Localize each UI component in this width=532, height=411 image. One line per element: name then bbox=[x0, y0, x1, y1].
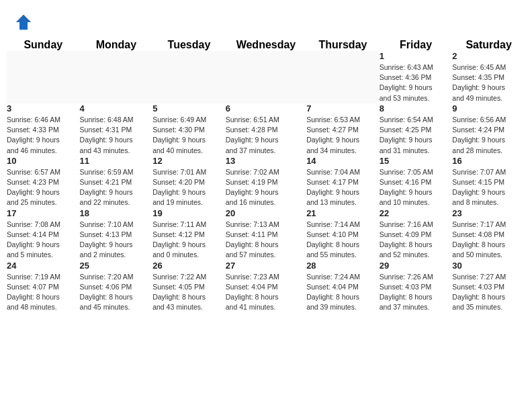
day-number: 14 bbox=[306, 156, 380, 166]
calendar-cell: 30Sunrise: 7:27 AMSunset: 4:03 PMDayligh… bbox=[452, 261, 525, 313]
day-number: 17 bbox=[7, 208, 80, 218]
day-info: Sunrise: 7:13 AMSunset: 4:11 PMDaylight:… bbox=[226, 220, 306, 261]
day-number: 7 bbox=[306, 103, 380, 113]
calendar-week-1: 1Sunrise: 6:43 AMSunset: 4:36 PMDaylight… bbox=[7, 51, 525, 103]
day-info: Sunrise: 6:56 AMSunset: 4:24 PMDaylight:… bbox=[452, 115, 525, 156]
calendar-cell: 10Sunrise: 6:57 AMSunset: 4:23 PMDayligh… bbox=[7, 156, 80, 208]
calendar-week-3: 10Sunrise: 6:57 AMSunset: 4:23 PMDayligh… bbox=[7, 156, 525, 208]
calendar-cell: 18Sunrise: 7:10 AMSunset: 4:13 PMDayligh… bbox=[80, 208, 153, 261]
day-info: Sunrise: 7:14 AMSunset: 4:10 PMDaylight:… bbox=[306, 220, 380, 261]
day-number: 21 bbox=[306, 208, 380, 218]
day-info: Sunrise: 6:45 AMSunset: 4:35 PMDaylight:… bbox=[452, 62, 525, 103]
calendar-wrapper: SundayMondayTuesdayWednesdayThursdayFrid… bbox=[0, 39, 532, 319]
day-header-sunday: Sunday bbox=[7, 39, 80, 51]
day-number: 2 bbox=[452, 51, 525, 61]
day-number: 1 bbox=[380, 51, 453, 61]
calendar-cell bbox=[7, 51, 80, 103]
day-info: Sunrise: 6:57 AMSunset: 4:23 PMDaylight:… bbox=[7, 167, 80, 208]
calendar-cell: 3Sunrise: 6:46 AMSunset: 4:33 PMDaylight… bbox=[7, 103, 80, 156]
day-info: Sunrise: 7:16 AMSunset: 4:09 PMDaylight:… bbox=[380, 220, 453, 261]
day-info: Sunrise: 6:46 AMSunset: 4:33 PMDaylight:… bbox=[7, 115, 80, 156]
day-info: Sunrise: 6:49 AMSunset: 4:30 PMDaylight:… bbox=[152, 115, 226, 156]
calendar-cell: 11Sunrise: 6:59 AMSunset: 4:21 PMDayligh… bbox=[80, 156, 153, 208]
calendar-cell bbox=[80, 51, 153, 103]
day-info: Sunrise: 6:43 AMSunset: 4:36 PMDaylight:… bbox=[380, 62, 453, 103]
day-info: Sunrise: 7:04 AMSunset: 4:17 PMDaylight:… bbox=[306, 167, 380, 208]
day-number: 29 bbox=[380, 261, 453, 271]
day-info: Sunrise: 7:10 AMSunset: 4:13 PMDaylight:… bbox=[80, 220, 153, 261]
day-info: Sunrise: 6:59 AMSunset: 4:21 PMDaylight:… bbox=[80, 167, 153, 208]
calendar-header: SundayMondayTuesdayWednesdayThursdayFrid… bbox=[7, 39, 525, 51]
day-number: 18 bbox=[80, 208, 153, 218]
svg-marker-0 bbox=[16, 15, 32, 30]
day-number: 20 bbox=[226, 208, 306, 218]
day-info: Sunrise: 7:22 AMSunset: 4:05 PMDaylight:… bbox=[152, 272, 226, 313]
calendar-cell: 5Sunrise: 6:49 AMSunset: 4:30 PMDaylight… bbox=[152, 103, 226, 156]
calendar-cell: 19Sunrise: 7:11 AMSunset: 4:12 PMDayligh… bbox=[152, 208, 226, 261]
calendar-cell: 15Sunrise: 7:05 AMSunset: 4:16 PMDayligh… bbox=[380, 156, 453, 208]
calendar-cell: 8Sunrise: 6:54 AMSunset: 4:25 PMDaylight… bbox=[380, 103, 453, 156]
day-number: 15 bbox=[380, 156, 453, 166]
day-info: Sunrise: 7:11 AMSunset: 4:12 PMDaylight:… bbox=[152, 220, 226, 261]
day-info: Sunrise: 7:24 AMSunset: 4:04 PMDaylight:… bbox=[306, 272, 380, 313]
calendar-week-2: 3Sunrise: 6:46 AMSunset: 4:33 PMDaylight… bbox=[7, 103, 525, 156]
day-info: Sunrise: 7:05 AMSunset: 4:16 PMDaylight:… bbox=[380, 167, 453, 208]
calendar-week-4: 17Sunrise: 7:08 AMSunset: 4:14 PMDayligh… bbox=[7, 208, 525, 261]
calendar-cell: 24Sunrise: 7:19 AMSunset: 4:07 PMDayligh… bbox=[7, 261, 80, 313]
day-number: 9 bbox=[452, 103, 525, 113]
calendar-cell: 25Sunrise: 7:20 AMSunset: 4:06 PMDayligh… bbox=[80, 261, 153, 313]
day-number: 19 bbox=[152, 208, 226, 218]
day-header-wednesday: Wednesday bbox=[226, 39, 306, 51]
calendar-table: SundayMondayTuesdayWednesdayThursdayFrid… bbox=[7, 39, 525, 312]
calendar-cell: 20Sunrise: 7:13 AMSunset: 4:11 PMDayligh… bbox=[226, 208, 306, 261]
day-number: 27 bbox=[226, 261, 306, 271]
day-number: 22 bbox=[380, 208, 453, 218]
day-info: Sunrise: 7:26 AMSunset: 4:03 PMDaylight:… bbox=[380, 272, 453, 313]
day-info: Sunrise: 7:02 AMSunset: 4:19 PMDaylight:… bbox=[226, 167, 306, 208]
logo bbox=[13, 12, 36, 32]
day-number: 13 bbox=[226, 156, 306, 166]
calendar-cell: 4Sunrise: 6:48 AMSunset: 4:31 PMDaylight… bbox=[80, 103, 153, 156]
day-number: 25 bbox=[80, 261, 153, 271]
day-info: Sunrise: 7:07 AMSunset: 4:15 PMDaylight:… bbox=[452, 167, 525, 208]
day-number: 28 bbox=[306, 261, 380, 271]
day-info: Sunrise: 6:54 AMSunset: 4:25 PMDaylight:… bbox=[380, 115, 453, 156]
logo-icon bbox=[13, 12, 34, 32]
day-number: 4 bbox=[80, 103, 153, 113]
day-header-tuesday: Tuesday bbox=[152, 39, 226, 51]
calendar-week-5: 24Sunrise: 7:19 AMSunset: 4:07 PMDayligh… bbox=[7, 261, 525, 313]
day-number: 3 bbox=[7, 103, 80, 113]
day-info: Sunrise: 7:27 AMSunset: 4:03 PMDaylight:… bbox=[452, 272, 525, 313]
calendar-cell: 26Sunrise: 7:22 AMSunset: 4:05 PMDayligh… bbox=[152, 261, 226, 313]
day-number: 26 bbox=[152, 261, 226, 271]
day-info: Sunrise: 6:51 AMSunset: 4:28 PMDaylight:… bbox=[226, 115, 306, 156]
calendar-body: 1Sunrise: 6:43 AMSunset: 4:36 PMDaylight… bbox=[7, 51, 525, 312]
calendar-cell: 9Sunrise: 6:56 AMSunset: 4:24 PMDaylight… bbox=[452, 103, 525, 156]
calendar-cell bbox=[226, 51, 306, 103]
day-header-friday: Friday bbox=[380, 39, 453, 51]
calendar-cell: 14Sunrise: 7:04 AMSunset: 4:17 PMDayligh… bbox=[306, 156, 380, 208]
day-number: 11 bbox=[80, 156, 153, 166]
day-info: Sunrise: 7:08 AMSunset: 4:14 PMDaylight:… bbox=[7, 220, 80, 261]
day-info: Sunrise: 7:19 AMSunset: 4:07 PMDaylight:… bbox=[7, 272, 80, 313]
day-number: 10 bbox=[7, 156, 80, 166]
calendar-cell: 28Sunrise: 7:24 AMSunset: 4:04 PMDayligh… bbox=[306, 261, 380, 313]
day-info: Sunrise: 6:48 AMSunset: 4:31 PMDaylight:… bbox=[80, 115, 153, 156]
calendar-cell: 1Sunrise: 6:43 AMSunset: 4:36 PMDaylight… bbox=[380, 51, 453, 103]
calendar-cell: 17Sunrise: 7:08 AMSunset: 4:14 PMDayligh… bbox=[7, 208, 80, 261]
day-header-monday: Monday bbox=[80, 39, 153, 51]
calendar-cell bbox=[152, 51, 226, 103]
calendar-cell: 29Sunrise: 7:26 AMSunset: 4:03 PMDayligh… bbox=[380, 261, 453, 313]
calendar-cell: 7Sunrise: 6:53 AMSunset: 4:27 PMDaylight… bbox=[306, 103, 380, 156]
day-number: 23 bbox=[452, 208, 525, 218]
day-header-thursday: Thursday bbox=[306, 39, 380, 51]
day-info: Sunrise: 6:53 AMSunset: 4:27 PMDaylight:… bbox=[306, 115, 380, 156]
calendar-cell: 23Sunrise: 7:17 AMSunset: 4:08 PMDayligh… bbox=[452, 208, 525, 261]
calendar-cell: 16Sunrise: 7:07 AMSunset: 4:15 PMDayligh… bbox=[452, 156, 525, 208]
day-info: Sunrise: 7:20 AMSunset: 4:06 PMDaylight:… bbox=[80, 272, 153, 313]
day-number: 6 bbox=[226, 103, 306, 113]
day-header-saturday: Saturday bbox=[452, 39, 525, 51]
day-number: 12 bbox=[152, 156, 226, 166]
calendar-cell: 2Sunrise: 6:45 AMSunset: 4:35 PMDaylight… bbox=[452, 51, 525, 103]
day-number: 8 bbox=[380, 103, 453, 113]
